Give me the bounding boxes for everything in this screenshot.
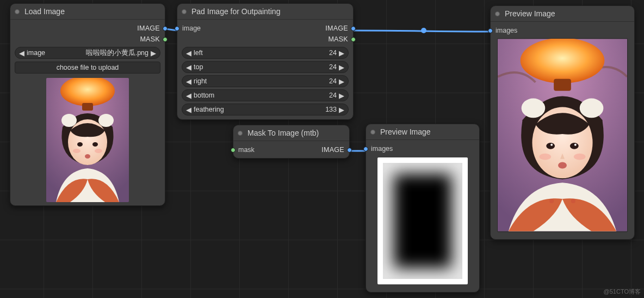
chevron-right-icon[interactable]: ▶ — [338, 77, 345, 86]
collapse-dot-icon[interactable] — [238, 131, 243, 136]
chevron-right-icon[interactable]: ▶ — [338, 49, 345, 57]
collapse-dot-icon[interactable] — [495, 11, 500, 16]
input-port-image[interactable] — [175, 26, 179, 31]
output-label-image: IMAGE — [137, 25, 160, 32]
output-label-mask: MASK — [140, 35, 160, 43]
node-pad-image-outpainting[interactable]: Pad Image for Outpainting image IMAGE MA… — [177, 3, 354, 120]
file-widget-value: 啦啦啦的小黄瓜.png — [86, 48, 148, 58]
svg-rect-14 — [554, 79, 571, 91]
node-title: Mask To Image (mtb) — [247, 129, 319, 137]
svg-point-16 — [580, 99, 604, 118]
node-header[interactable]: Mask To Image (mtb) — [233, 125, 349, 141]
input-port-images[interactable] — [488, 28, 493, 33]
svg-point-23 — [574, 154, 586, 160]
watermark: @51CTO博客 — [604, 288, 641, 296]
output-label-mask: MASK — [328, 35, 348, 43]
chevron-right-icon[interactable]: ▶ — [338, 63, 345, 71]
svg-point-26 — [571, 199, 575, 203]
svg-point-13 — [521, 38, 605, 83]
input-port-images[interactable] — [363, 147, 368, 151]
chevron-left-icon[interactable]: ◀ — [185, 106, 192, 114]
node-title: Preview Image — [505, 9, 555, 18]
svg-point-15 — [522, 99, 546, 118]
image-thumbnail — [46, 78, 129, 202]
svg-point-22 — [539, 154, 551, 160]
output-label-image: IMAGE — [321, 146, 344, 154]
svg-point-20 — [550, 144, 553, 146]
node-header[interactable]: Preview Image — [491, 6, 634, 22]
choose-file-button[interactable]: choose file to upload — [15, 62, 160, 74]
input-port-mask[interactable] — [231, 148, 236, 153]
output-port-mask[interactable] — [163, 37, 168, 42]
svg-rect-3 — [82, 103, 93, 111]
chevron-right-icon[interactable]: ▶ — [338, 106, 345, 114]
node-preview-mask[interactable]: Preview Image images — [366, 124, 480, 293]
mask-preview-thumbnail — [377, 157, 468, 284]
bottom-stepper[interactable]: ◀ bottom 24 ▶ — [182, 89, 349, 101]
input-label-mask: mask — [238, 146, 255, 154]
collapse-dot-icon[interactable] — [370, 130, 375, 135]
collapse-dot-icon[interactable] — [15, 9, 20, 14]
svg-point-11 — [85, 154, 90, 159]
svg-point-19 — [570, 143, 579, 149]
svg-point-25 — [549, 199, 554, 203]
node-title: Load Image — [24, 7, 65, 16]
node-load-image[interactable]: Load Image IMAGE MASK ◀ image 啦啦啦的小黄瓜.pn… — [10, 3, 165, 206]
node-title: Pad Image for Outpainting — [191, 7, 280, 16]
output-label-image: IMAGE — [325, 25, 348, 32]
input-label-images: images — [496, 27, 517, 34]
node-title: Preview Image — [380, 127, 431, 136]
output-port-image[interactable] — [163, 26, 168, 31]
collapse-dot-icon[interactable] — [182, 9, 187, 14]
svg-point-8 — [92, 142, 98, 147]
svg-point-24 — [558, 162, 567, 169]
node-header[interactable]: Preview Image — [366, 124, 479, 140]
left-stepper[interactable]: ◀ left 24 ▶ — [182, 47, 349, 59]
file-widget-label: image — [27, 49, 45, 57]
top-stepper[interactable]: ◀ top 24 ▶ — [182, 61, 349, 73]
svg-point-18 — [546, 143, 555, 149]
image-preview-thumbnail — [497, 38, 628, 232]
svg-point-5 — [98, 114, 114, 127]
chevron-right-icon[interactable]: ▶ — [150, 49, 157, 57]
input-label-image: image — [182, 25, 201, 32]
image-file-selector[interactable]: ◀ image 啦啦啦的小黄瓜.png ▶ — [15, 47, 160, 59]
chevron-left-icon[interactable]: ◀ — [185, 63, 192, 71]
svg-point-10 — [95, 149, 102, 153]
node-header[interactable]: Pad Image for Outpainting — [177, 4, 353, 20]
chevron-left-icon[interactable]: ◀ — [18, 49, 25, 57]
output-port-mask[interactable] — [351, 37, 356, 42]
node-mask-to-image[interactable]: Mask To Image (mtb) mask IMAGE — [233, 125, 350, 159]
chevron-left-icon[interactable]: ◀ — [185, 49, 192, 57]
right-stepper[interactable]: ◀ right 24 ▶ — [182, 75, 349, 87]
node-preview-image[interactable]: Preview Image images — [490, 5, 635, 240]
output-port-image[interactable] — [347, 148, 352, 153]
chevron-left-icon[interactable]: ◀ — [185, 77, 192, 86]
output-port-image[interactable] — [351, 26, 356, 31]
chevron-right-icon[interactable]: ▶ — [338, 92, 345, 100]
chevron-left-icon[interactable]: ◀ — [185, 92, 192, 100]
svg-point-7 — [77, 142, 83, 147]
node-header[interactable]: Load Image — [10, 4, 165, 20]
svg-point-4 — [61, 114, 77, 127]
feathering-stepper[interactable]: ◀ feathering 133 ▶ — [182, 104, 349, 115]
svg-point-9 — [73, 149, 81, 153]
svg-point-21 — [574, 144, 577, 146]
input-label-images: images — [371, 145, 393, 153]
